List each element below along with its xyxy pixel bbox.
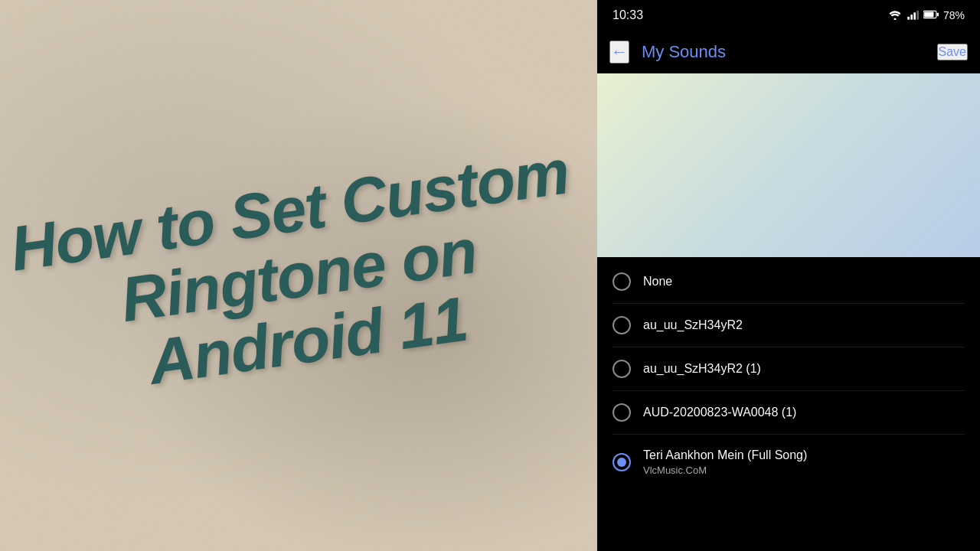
radio-1: [612, 316, 631, 334]
radio-3: [612, 403, 631, 422]
sound-label-1: au_uu_SzH34yR2: [643, 317, 743, 334]
sound-item-3[interactable]: AUD-20200823-WA0048 (1): [597, 391, 980, 434]
back-arrow-icon: ←: [611, 42, 628, 62]
status-bar: 10:33: [597, 0, 980, 31]
radio-none: [612, 272, 631, 291]
svg-rect-7: [937, 13, 939, 17]
sound-label-4: Teri Aankhon Mein (Full Song) VlcMusic.C…: [643, 447, 807, 478]
android-panel: 10:33: [597, 0, 980, 551]
radio-4: [612, 453, 631, 471]
sound-item-none[interactable]: None: [597, 260, 980, 303]
svg-point-0: [893, 18, 896, 20]
wifi-icon: [888, 9, 902, 22]
sound-label-none: None: [643, 273, 672, 290]
back-button[interactable]: ←: [609, 41, 629, 64]
battery-percentage: 78%: [943, 9, 965, 21]
thumbnail-line1: How to Set CustomRingtone onAndroid 11: [6, 139, 590, 412]
status-icons: 78%: [888, 9, 965, 22]
sound-list: None au_uu_SzH34yR2 au_uu_SzH34yR2 (1) A…: [597, 257, 980, 551]
app-title: My Sounds: [642, 42, 937, 62]
album-art-area: [597, 73, 980, 257]
sound-item-4[interactable]: Teri Aankhon Mein (Full Song) VlcMusic.C…: [597, 435, 980, 491]
sound-item-1[interactable]: au_uu_SzH34yR2: [597, 304, 980, 347]
sound-item-2[interactable]: au_uu_SzH34yR2 (1): [597, 347, 980, 390]
sound-label-2: au_uu_SzH34yR2 (1): [643, 360, 761, 377]
svg-rect-4: [916, 10, 919, 19]
signal-icon: [906, 9, 919, 22]
status-time: 10:33: [612, 8, 643, 22]
thumbnail-panel: How to Set CustomRingtone onAndroid 11: [0, 0, 597, 551]
save-button[interactable]: Save: [937, 44, 968, 60]
svg-rect-3: [913, 12, 916, 19]
app-bar: ← My Sounds Save: [597, 31, 980, 73]
sound-label-3: AUD-20200823-WA0048 (1): [643, 404, 796, 421]
sound-subtitle-4: VlcMusic.CoM: [643, 464, 807, 478]
svg-rect-6: [924, 12, 933, 18]
battery-icon: [923, 9, 939, 21]
thumbnail-title: How to Set CustomRingtone onAndroid 11: [6, 139, 590, 412]
svg-rect-1: [907, 16, 910, 19]
svg-rect-2: [910, 15, 913, 20]
radio-2: [612, 360, 631, 378]
